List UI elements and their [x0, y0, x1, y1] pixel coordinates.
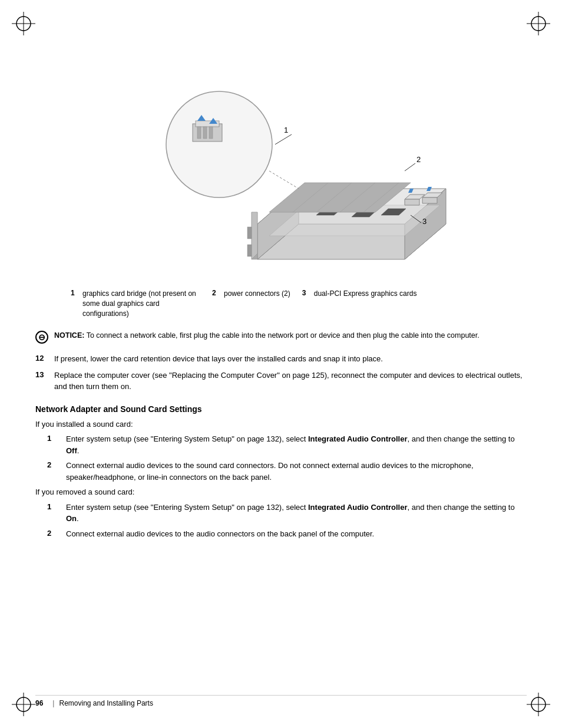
caption-text-1: graphics card bridge (not present on som… — [82, 289, 200, 318]
installed-step-1: 1 Enter system setup (see "Entering Syst… — [47, 433, 527, 456]
svg-marker-30 — [405, 199, 419, 205]
svg-rect-39 — [203, 127, 207, 139]
step-12-text: If present, lower the card retention dev… — [54, 353, 383, 365]
svg-text:2: 2 — [416, 155, 421, 164]
notice-icon: ⊖ — [35, 331, 48, 344]
corner-mark-br — [527, 693, 550, 716]
svg-line-43 — [269, 171, 299, 189]
removed-step-1-number: 1 — [47, 502, 60, 511]
removed-step-2-number: 2 — [47, 528, 60, 538]
section-heading: Network Adapter and Sound Card Settings — [35, 404, 527, 414]
svg-text:3: 3 — [422, 217, 427, 226]
svg-rect-18 — [247, 227, 252, 239]
removed-step-1: 1 Enter system setup (see "Entering Syst… — [47, 502, 527, 525]
page-footer: 96 | Removing and Installing Parts — [35, 699, 527, 707]
corner-mark-tr — [527, 12, 550, 35]
notice-body: To connect a network cable, first plug t… — [87, 331, 480, 340]
installed-step-1-bold: Integrated Audio Controller — [308, 434, 408, 443]
installed-step-1-number: 1 — [47, 433, 60, 443]
footer-page-number: 96 — [35, 699, 43, 707]
step-13-text: Replace the computer cover (see "Replaci… — [54, 370, 527, 393]
caption-num-1: 1 — [71, 289, 79, 318]
step-13: 13 Replace the computer cover (see "Repl… — [35, 370, 527, 393]
caption-row: 1 graphics card bridge (not present on s… — [71, 289, 527, 318]
removed-step-1-text: Enter system setup (see "Entering System… — [66, 502, 527, 525]
installed-step-2: 2 Connect external audio devices to the … — [47, 460, 527, 483]
notice-label: NOTICE: — [54, 331, 84, 340]
diagram-image: 1 2 3 — [104, 35, 458, 271]
svg-rect-38 — [197, 127, 201, 139]
installed-step-2-number: 2 — [47, 460, 60, 469]
corner-mark-bl — [12, 693, 35, 716]
installed-step-1-text: Enter system setup (see "Entering System… — [66, 433, 527, 456]
svg-rect-40 — [209, 127, 213, 139]
caption-text-2: power connectors (2) — [224, 289, 290, 318]
installed-steps-list: 1 Enter system setup (see "Entering Syst… — [47, 433, 527, 483]
caption-item-2: 2 power connectors (2) — [212, 289, 290, 318]
step-12: 12 If present, lower the card retention … — [35, 353, 527, 365]
diagram-container: 1 2 3 — [35, 29, 527, 277]
caption-text-3: dual-PCI Express graphics cards — [314, 289, 417, 318]
svg-rect-19 — [247, 245, 252, 256]
caption-item-3: 3 dual-PCI Express graphics cards — [302, 289, 417, 318]
caption-num-3: 3 — [302, 289, 310, 318]
corner-mark-tl — [12, 12, 35, 35]
removed-step-2: 2 Connect external audio devices to the … — [47, 528, 527, 540]
notice-text: NOTICE: To connect a network cable, firs… — [54, 330, 480, 341]
svg-text:1: 1 — [284, 126, 288, 134]
footer-section-title: Removing and Installing Parts — [59, 699, 153, 707]
page-content: 1 2 3 1 graphics card bridge (not presen… — [35, 0, 527, 539]
svg-line-47 — [275, 134, 292, 144]
if-installed-label: If you installed a sound card: — [35, 419, 527, 430]
installed-step-1-bold2: Off — [66, 446, 77, 455]
footer-line — [35, 695, 527, 696]
step-12-number: 12 — [35, 353, 48, 363]
svg-marker-32 — [422, 197, 437, 203]
footer-separator: | — [52, 699, 54, 707]
removed-steps-list: 1 Enter system setup (see "Entering Syst… — [47, 502, 527, 540]
removed-step-1-bold2: On — [66, 514, 77, 523]
step-13-number: 13 — [35, 370, 48, 379]
caption-item-1: 1 graphics card bridge (not present on s… — [71, 289, 200, 318]
svg-point-35 — [166, 91, 272, 197]
installed-step-2-text: Connect external audio devices to the so… — [66, 460, 527, 483]
notice-box: ⊖ NOTICE: To connect a network cable, fi… — [35, 330, 527, 344]
caption-num-2: 2 — [212, 289, 220, 318]
removed-step-2-text: Connect external audio devices to the au… — [66, 528, 374, 540]
svg-marker-17 — [252, 212, 257, 259]
svg-line-48 — [405, 163, 415, 171]
removed-step-1-bold: Integrated Audio Controller — [308, 503, 408, 512]
if-removed-label: If you removed a sound card: — [35, 486, 527, 498]
